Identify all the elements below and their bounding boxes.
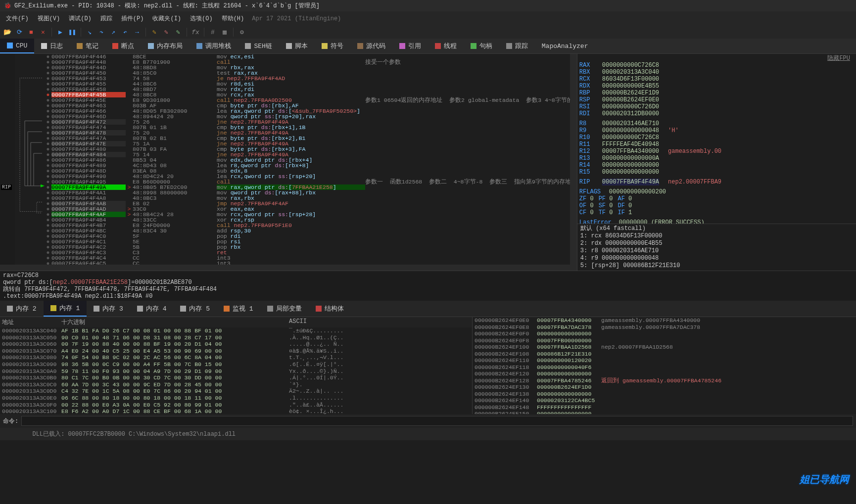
- tab-SEH链[interactable]: SEH链: [238, 39, 279, 53]
- subtab-内存 2[interactable]: 内存 2: [0, 301, 44, 317]
- subtab-监视 1[interactable]: 监视 1: [217, 301, 260, 317]
- disasm-row[interactable]: ●00007FFBA9F4F45EE8 9D301800call nep2.7F…: [45, 97, 577, 103]
- tab-MapoAnalyzer[interactable]: MapoAnalyzer: [535, 39, 595, 53]
- disasm-row[interactable]: ●00007FFBA9F4F45374 58je nep2.7FFBA9F4F4…: [45, 76, 577, 81]
- reg-row[interactable]: RSI0000000000C726D0: [579, 103, 854, 110]
- stack-row[interactable]: 000000B2624EF1100000000000120020: [473, 357, 856, 364]
- registers-pane[interactable]: 隐藏FPU RAX0000000000C726C8RBX0000020313A3…: [577, 54, 856, 224]
- disasm-row[interactable]: ●00007FFBA9F4F4AF>48:8B4C24 28mov rcx,qw…: [45, 212, 577, 217]
- tab-线程[interactable]: 线程: [428, 39, 464, 53]
- hide-fpu-link[interactable]: 隐藏FPU: [579, 55, 854, 62]
- disasm-scrollbar[interactable]: [570, 54, 577, 271]
- subtab-内存 1[interactable]: 内存 1: [44, 301, 87, 317]
- tab-符号[interactable]: 符号: [315, 39, 350, 53]
- dump-row[interactable]: 0000020313A3C070A4 E0 24 00 40 C5 25 00 …: [0, 348, 472, 355]
- stack-row[interactable]: 000000B2624EF12800007FFBA4785246返回到 game…: [473, 377, 856, 384]
- open-icon[interactable]: 📂: [3, 28, 12, 37]
- tab-脚本[interactable]: 脚本: [279, 39, 315, 53]
- disasm-row[interactable]: ●00007FFBA9F4F4868B53 04mov edx,dword pt…: [45, 157, 577, 163]
- subtab-内存 4[interactable]: 内存 4: [130, 301, 174, 317]
- disasm-row[interactable]: ●00007FFBA9F4F4A848:8BC3mov rax,rbx: [45, 195, 577, 201]
- subtab-结构体[interactable]: 结构体: [309, 301, 351, 317]
- stack-row[interactable]: 000000B2624EF0F800007FFB00000000: [473, 337, 856, 344]
- menu-item[interactable]: 收藏夹(I): [148, 13, 185, 24]
- stack-row[interactable]: 000000B2624EF14000000203122CA4BC5: [473, 397, 856, 404]
- reg-row[interactable]: RAX0000000000C726C8: [579, 62, 854, 69]
- reg-row[interactable]: R90000000000000048'H': [579, 127, 854, 134]
- menu-item[interactable]: 选项(O): [186, 13, 217, 24]
- reg-row[interactable]: R1200007FFBA4340000gameassembly.00: [579, 148, 854, 155]
- comment-icon[interactable]: ✎: [162, 28, 171, 37]
- tab-引用[interactable]: 引用: [392, 39, 428, 53]
- disasm-row[interactable]: ●00007FFBA9F4F448E8 B7701900call 接受一个参数: [45, 59, 577, 65]
- stack-row[interactable]: 000000B2624EF0E000007FFBA4340000gameasse…: [473, 317, 856, 324]
- menu-item[interactable]: 跟踪: [96, 13, 116, 24]
- reg-row[interactable]: R11FFFFFEAF4DE40948: [579, 141, 854, 148]
- reg-row[interactable]: R100000000000C726C8: [579, 134, 854, 141]
- stop-icon[interactable]: ■: [27, 28, 36, 37]
- disasm-row[interactable]: ●00007FFBA9F4F4ABEB 02jmp nep2.7FFBA9F4F…: [45, 201, 577, 206]
- reg-row[interactable]: R150000000000000000: [579, 169, 854, 176]
- reg-row[interactable]: RBP000000B2624EF1D9: [579, 90, 854, 96]
- disasm-row[interactable]: ●00007FFBA9F4F4A148:8998 88000000mov qwo…: [45, 190, 577, 195]
- menu-item[interactable]: 视图(V): [34, 13, 64, 24]
- stack-row[interactable]: 000000B2624EF108000086B12F21E310: [473, 351, 856, 358]
- args-pane[interactable]: 默认 (x64 fastcall) 1: rcx 86034D6F13F0000…: [577, 224, 856, 271]
- hash-icon[interactable]: #: [208, 28, 217, 37]
- tab-断点[interactable]: 断点: [105, 39, 141, 53]
- disasm-row[interactable]: ●00007FFBA9F4F4C05Fpop rdi: [45, 233, 577, 239]
- reg-row[interactable]: RSP000000B2624EF0E0: [579, 96, 854, 103]
- dump-row[interactable]: 0000020313A3C0F000 22 88 00 E0 A3 0A 00 …: [0, 402, 472, 409]
- reg-row[interactable]: RDI0000020312DB0000: [579, 110, 854, 117]
- tab-日志[interactable]: 日志: [34, 39, 70, 53]
- stack-row[interactable]: 000000B2624EF0E800007FFBA7DAC378gameasse…: [473, 324, 856, 331]
- tab-CPU[interactable]: CPU: [0, 39, 34, 53]
- disasm-row[interactable]: ●00007FFBA9F4F4C15Epop rsi: [45, 239, 577, 244]
- dump-row[interactable]: 0000020313A3C0D0C4 32 7E 00 1C 5A 08 00 …: [0, 388, 472, 395]
- dump-row[interactable]: 0000020313A3C06000 7F 19 00 88 40 00 00 …: [0, 341, 472, 348]
- stack-pane[interactable]: 000000B2624EF0E000007FFBA4340000gameasse…: [473, 317, 856, 414]
- reg-row[interactable]: R13000000000000000A: [579, 155, 854, 162]
- restart-icon[interactable]: ⟳: [15, 28, 24, 37]
- command-input[interactable]: [21, 416, 853, 426]
- tab-调用堆栈[interactable]: 调用堆栈: [190, 39, 238, 53]
- stack-row[interactable]: 000000B2624EF1380000000000000000: [473, 391, 856, 398]
- disasm-row[interactable]: ●00007FFBA9F4F4C3C3ret: [45, 250, 577, 255]
- menu-item[interactable]: 帮助(H): [218, 13, 248, 24]
- close-icon[interactable]: ✕: [39, 28, 48, 37]
- dump-row[interactable]: 0000020313A3C09098 36 5B 00 0C C9 00 00 …: [0, 361, 472, 368]
- tab-内存布局[interactable]: 内存布局: [141, 39, 190, 53]
- stack-row[interactable]: 000000B2624EF10000007FFBAA1D2568nep2.000…: [473, 344, 856, 351]
- label-icon[interactable]: ✎: [174, 28, 183, 37]
- tab-源代码[interactable]: 源代码: [350, 39, 392, 53]
- disasm-row[interactable]: ●00007FFBA9F4F45048:85C0test rax,rax: [45, 70, 577, 76]
- patch-icon[interactable]: ✎: [150, 28, 159, 37]
- disasm-row[interactable]: ●00007FFBA9F4F4C4CCint3: [45, 255, 577, 261]
- subtab-内存 3[interactable]: 内存 3: [87, 301, 130, 317]
- tab-笔记[interactable]: 笔记: [70, 39, 105, 53]
- dump-row[interactable]: 0000020313A3C05090 C0 01 00 48 71 06 00 …: [0, 334, 472, 341]
- disasm-row[interactable]: ●00007FFBA9F4F4BC48:83C4 30add rsp,30: [45, 228, 577, 233]
- step-icon[interactable]: →: [133, 28, 142, 37]
- subtab-内存 5[interactable]: 内存 5: [173, 301, 217, 317]
- disasm-row[interactable]: ●00007FFBA9F4F45544:8BC6mov r8d,esi: [45, 81, 577, 87]
- tab-句柄[interactable]: 句柄: [464, 39, 499, 53]
- step-into-icon[interactable]: ↘: [85, 28, 94, 37]
- dump-pane[interactable]: 地址 十六进制 ASCII 0000020313A3C040AF 1B B1 F…: [0, 317, 473, 414]
- pause-icon[interactable]: ❚❚: [68, 28, 77, 37]
- disasm-row[interactable]: ●00007FFBA9F4F4468BCEmov ecx,esi: [45, 54, 577, 59]
- settings-icon[interactable]: ⚙: [238, 28, 246, 37]
- calc-icon[interactable]: ▦: [220, 28, 229, 37]
- stack-row[interactable]: 000000B2624EF0F00000000000000000: [473, 330, 856, 337]
- dump-row[interactable]: 0000020313A3C100E8 F6 A2 00 A0 D7 1C 00 …: [0, 408, 472, 414]
- dump-row[interactable]: 0000020313A3C08074 0F 54 00 B8 9C 02 00 …: [0, 354, 472, 361]
- disasm-row[interactable]: ●00007FFBA9F4F4894C:8D43 08lea r8,qword …: [45, 163, 577, 168]
- disasm-row[interactable]: ●00007FFBA9F4F45848:8BD7mov rdx,rdi: [45, 87, 577, 92]
- stack-row[interactable]: 000000B2624EF11800000000000040F6: [473, 364, 856, 371]
- reg-row[interactable]: RCX86034D6F13F00000: [579, 76, 854, 83]
- disasm-row[interactable]: ●00007FFBA9F4F474807B 01 1Bcmp byte ptr …: [45, 125, 577, 130]
- disasm-row[interactable]: ●00007FFBA9F4F480807B 03 FAcmp byte ptr …: [45, 146, 577, 152]
- dump-row[interactable]: 0000020313A3C0A059 78 11 00 F0 93 00 00 …: [0, 368, 472, 375]
- run-icon[interactable]: ▶: [56, 28, 65, 37]
- stack-row[interactable]: 000000B2624EF130000000B2624EF1D0: [473, 384, 856, 391]
